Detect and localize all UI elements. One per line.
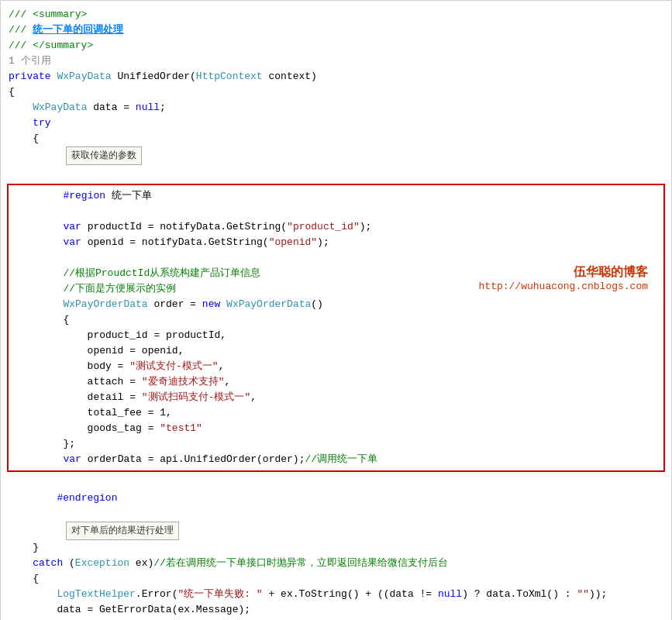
region-box: #region 统一下单 var productId = notifyData.…	[7, 184, 665, 472]
code-text: goods_tag =	[15, 421, 160, 436]
region-line-15: };	[15, 436, 657, 452]
code-text: ex)	[129, 556, 153, 571]
code-text: body =	[15, 359, 129, 374]
code-line-6: {	[1, 84, 671, 100]
code-line-endregion: #endregion	[1, 491, 671, 506]
code-text: openid = openid,	[15, 343, 184, 359]
code-text: (	[63, 556, 75, 571]
code-line-blank-2	[1, 475, 671, 491]
code-text: openid = notifyData.GetString(	[81, 235, 269, 250]
code-text: /// <summary>	[9, 7, 87, 22]
code-text: ) ? data.ToXml() :	[462, 587, 577, 602]
code-text: //下面是方便展示的实例	[15, 281, 176, 297]
code-text	[9, 491, 57, 506]
code-line-8: try	[1, 115, 671, 131]
code-text: product_id = productId,	[15, 328, 226, 343]
code-text: null	[136, 100, 160, 115]
code-text: WxPayData	[33, 100, 87, 115]
code-text: "product_id"	[287, 219, 360, 235]
code-text	[15, 188, 63, 204]
code-text	[15, 235, 63, 250]
annotation-box-2: 对下单后的结果进行处理	[66, 522, 179, 540]
code-text: {	[15, 312, 69, 328]
code-line-1: /// <summary>	[1, 7, 671, 22]
code-text: data =	[87, 100, 135, 115]
code-text: );	[360, 219, 372, 235]
code-line-5: private WxPayData UnifiedOrder(HttpConte…	[1, 69, 671, 84]
code-line-4: 1 个引用	[1, 53, 671, 69]
watermark-url: http://wuhuacong.cnblogs.com	[479, 281, 648, 292]
code-line-close1: }	[1, 540, 671, 556]
code-text: }	[9, 540, 39, 556]
code-text: context)	[263, 69, 317, 84]
region-line-11: attach = "爱奇迪技术支持",	[15, 374, 657, 390]
code-text	[9, 100, 33, 115]
region-line-14: goods_tag = "test1"	[15, 421, 657, 436]
code-text: var	[63, 452, 81, 467]
code-text: 1 个引用	[9, 53, 51, 69]
code-text: );	[317, 235, 329, 250]
annotation-box: 获取传递的参数	[66, 146, 142, 165]
code-text	[9, 556, 33, 571]
code-text: ));	[589, 587, 607, 602]
code-text: 统一下单	[105, 188, 152, 204]
code-text: catch	[33, 556, 63, 571]
code-text: attach =	[15, 374, 142, 390]
code-container: /// <summary> /// 统一下单的回调处理 /// </summar…	[0, 0, 672, 620]
region-line-16: var orderData = api.UnifiedOrder(order);…	[15, 452, 657, 467]
region-blank-1	[15, 204, 657, 219]
code-text	[220, 297, 226, 312]
code-line-annotation-2: 对下单后的结果进行处理	[1, 522, 671, 540]
region-line-9: openid = openid,	[15, 343, 657, 359]
region-line-3: var openid = notifyData.GetString("openi…	[15, 235, 657, 250]
code-text: ,	[219, 359, 225, 374]
code-line-geterror: data = GetErrorData(ex.Message);	[1, 602, 671, 618]
code-text: order =	[148, 297, 202, 312]
code-text: #endregion	[57, 491, 117, 506]
code-text: "openid"	[269, 235, 317, 250]
code-text: 统一下单的回调处理	[33, 22, 123, 38]
code-text: #region	[63, 188, 105, 204]
region-blank-2	[15, 250, 657, 266]
code-text: {	[9, 131, 39, 146]
code-text	[9, 115, 33, 131]
code-text: ///	[9, 22, 33, 38]
region-line-12: detail = "测试扫码支付-模式一",	[15, 390, 657, 405]
code-line-7: WxPayData data = null;	[1, 100, 671, 115]
code-text: ,	[224, 374, 230, 390]
code-line-9: {	[1, 131, 671, 146]
region-line-10: body = "测试支付-模式一",	[15, 359, 657, 374]
code-text: .Error(	[136, 587, 178, 602]
code-text: HttpContext	[196, 69, 263, 84]
code-text	[15, 219, 63, 235]
code-text: ;	[160, 100, 166, 115]
code-text: LogTextHelper	[57, 587, 135, 602]
code-text: productId = notifyData.GetString(	[81, 219, 287, 235]
code-text: /// </summary>	[9, 38, 93, 53]
code-text: //若在调用统一下单接口时抛异常，立即返回结果给微信支付后台	[153, 556, 448, 571]
code-line-blank-3	[1, 506, 671, 522]
code-text: total_fee = 1,	[15, 405, 172, 421]
code-text: orderData = api.UnifiedOrder(order);	[81, 452, 305, 467]
region-line-13: total_fee = 1,	[15, 405, 657, 421]
code-text: var	[63, 235, 81, 250]
code-text	[15, 297, 63, 312]
code-text: {	[9, 84, 15, 100]
code-text: ()	[311, 297, 323, 312]
code-text	[15, 452, 63, 467]
code-text: WxPayOrderData	[226, 297, 311, 312]
region-line-8: product_id = productId,	[15, 328, 657, 343]
code-text: UnifiedOrder(	[112, 69, 196, 84]
code-line-annotation-1: 获取传递的参数	[1, 146, 671, 165]
code-text: "测试扫码支付-模式一"	[142, 390, 250, 405]
code-line-2: /// 统一下单的回调处理	[1, 22, 671, 38]
code-line-catch: catch (Exception ex)//若在调用统一下单接口时抛异常，立即返…	[1, 556, 671, 571]
code-text: private	[9, 69, 57, 84]
region-line-6: WxPayOrderData order = new WxPayOrderDat…	[15, 297, 657, 312]
watermark: 伍华聪的博客 http://wuhuacong.cnblogs.com	[479, 264, 648, 292]
region-line-7: {	[15, 312, 657, 328]
code-text: ""	[577, 587, 589, 602]
code-text: new	[202, 297, 220, 312]
code-text: //调用统一下单	[305, 452, 377, 467]
code-text: ,	[250, 390, 257, 405]
